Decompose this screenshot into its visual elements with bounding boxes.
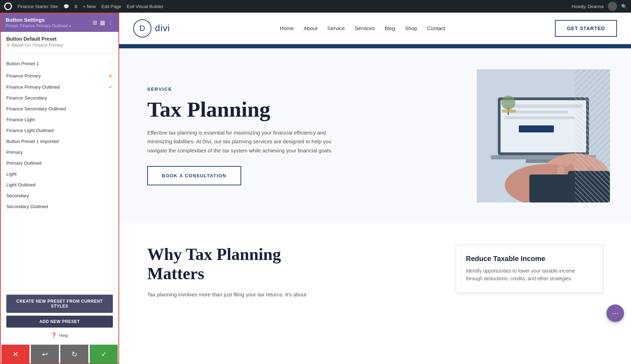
hero-image (477, 69, 610, 202)
preset-name-btn-preset-1-imported: Button Preset 1 imported (6, 139, 113, 144)
new-link[interactable]: + New (83, 4, 96, 9)
based-on-text: Based On: Finance Primary (12, 43, 63, 48)
dots-icon-btn-preset-1: ⋮ (107, 60, 113, 67)
preset-item-btn-preset-1[interactable]: Button Preset 1⋮ (1, 57, 118, 70)
nav-link-about[interactable]: About (304, 25, 317, 31)
svg-rect-8 (519, 125, 554, 132)
svg-rect-5 (505, 104, 582, 108)
preset-list: Button Preset 1⋮Finance Primary★Finance … (1, 55, 118, 213)
cancel-button[interactable]: ✕ (1, 345, 29, 364)
preset-name-light-outlined: Light Outlined (6, 182, 113, 187)
help-icon: ❓ (51, 332, 57, 338)
star-icon: ★ (6, 43, 10, 48)
svg-rect-21 (502, 110, 516, 112)
get-started-button[interactable]: GET STARTED (555, 20, 617, 37)
nav-link-home[interactable]: Home (280, 25, 294, 31)
wp-logo[interactable] (4, 2, 12, 10)
panel-actions: CREATE NEW PRESET FROM CURRENT STYLES AD… (1, 290, 118, 344)
comment-count: 0 (75, 4, 77, 9)
nav-link-service[interactable]: Service (327, 25, 345, 31)
logo-circle: D (133, 19, 151, 37)
preset-name-light: Light (6, 171, 113, 177)
section2-left: Why Tax Planning Matters Tax planning in… (147, 245, 435, 299)
list-divider (1, 54, 118, 54)
hero-label: SERVICE (147, 87, 456, 92)
main-layout: Button Settings Preset: Finance Primary … (0, 13, 631, 364)
preset-item-finance-light-outlined[interactable]: Finance Light Outlined (1, 125, 118, 136)
panel-icon-layout[interactable]: ▦ (100, 19, 105, 26)
nav-link-services[interactable]: Services (355, 25, 375, 31)
help-label: Help (59, 333, 68, 338)
preset-item-finance-primary-outlined[interactable]: Finance Primary Outlined✓ (1, 81, 118, 92)
redo-button[interactable]: ↻ (60, 345, 88, 364)
site-logo: D divi (133, 19, 170, 37)
blue-band (119, 44, 631, 48)
edit-page-link[interactable]: Edit Page (101, 4, 121, 9)
preset-item-light[interactable]: Light (1, 169, 118, 179)
preset-item-primary[interactable]: Primary (1, 147, 118, 158)
help-link[interactable]: ❓ Help (6, 330, 113, 340)
fab-button[interactable]: ··· (606, 304, 624, 322)
panel-icon-copy[interactable]: ⊞ (93, 19, 97, 26)
logo-text: divi (155, 23, 170, 34)
search-icon[interactable]: 🔍 (621, 4, 627, 9)
preset-item-finance-secondary[interactable]: Finance Secondary (1, 92, 118, 103)
hero-section: SERVICE Tax Planning Effective tax plann… (119, 48, 631, 224)
stripe-decoration (575, 69, 610, 202)
preset-item-finance-secondary-outlined[interactable]: Finance Secondary Outlined (1, 103, 118, 114)
preset-item-finance-primary[interactable]: Finance Primary★ (1, 70, 118, 81)
info-card: Reduce Taxable Income Identify opportuni… (456, 245, 603, 293)
howdy-text: Howdy, Deanna (571, 4, 604, 9)
panel-content: Button Default Preset ★ Based On: Financ… (1, 32, 118, 290)
preset-name-btn-preset-1: Button Preset 1 (6, 61, 107, 66)
star-icon-finance-primary: ★ (108, 73, 113, 78)
hero-title: Tax Planning (147, 97, 456, 121)
save-button[interactable]: ✓ (90, 345, 118, 364)
panel-title: Button Settings (6, 17, 71, 23)
preset-item-finance-light[interactable]: Finance Light (1, 114, 118, 125)
preset-item-light-outlined[interactable]: Light Outlined (1, 179, 118, 190)
panel-icon-more[interactable]: ⋮ (108, 19, 114, 26)
info-card-title: Reduce Taxable Income (466, 255, 593, 263)
add-preset-button[interactable]: ADD NEW PRESET (6, 316, 113, 328)
nav-link-blog[interactable]: Blog (385, 25, 395, 31)
preset-label[interactable]: Preset: Finance Primary Outlined (6, 23, 68, 28)
preset-name-finance-light: Finance Light (6, 117, 113, 122)
preset-item-primary-outlined[interactable]: Primary Outlined (1, 158, 118, 169)
site-preview: D divi HomeAboutServiceServicesBlogShopC… (119, 13, 631, 364)
preset-item-secondary-outlined[interactable]: Secondary Outlined (1, 201, 118, 212)
preset-item-secondary[interactable]: Secondary (1, 190, 118, 201)
admin-bar: Finance Starter Site 💬 0 + New Edit Page… (0, 0, 631, 13)
info-card-text: Identify opportunities to lower your tax… (466, 267, 593, 283)
default-preset-sub: ★ Based On: Finance Primary (6, 43, 113, 48)
hero-content: SERVICE Tax Planning Effective tax plann… (147, 87, 456, 186)
exit-builder-link[interactable]: Exit Visual Builder (127, 4, 164, 9)
svg-rect-7 (505, 116, 575, 119)
preset-item-btn-preset-1-imported[interactable]: Button Preset 1 imported (1, 136, 118, 147)
preset-name-finance-primary: Finance Primary (6, 73, 108, 78)
site-navigation: D divi HomeAboutServiceServicesBlogShopC… (119, 13, 631, 44)
create-preset-button[interactable]: CREATE NEW PRESET FROM CURRENT STYLES (6, 295, 113, 313)
section2-right: Reduce Taxable Income Identify opportuni… (456, 245, 603, 293)
bottom-toolbar: ✕ ↩ ↻ ✓ (1, 344, 118, 363)
section2-description: Tax planning involves more than just fil… (147, 290, 358, 299)
check-icon-finance-primary-outlined: ✓ (109, 84, 113, 90)
nav-link-shop[interactable]: Shop (405, 25, 417, 31)
caret-icon: ▾ (69, 24, 71, 28)
preset-name-finance-secondary: Finance Secondary (6, 95, 113, 101)
nav-links: HomeAboutServiceServicesBlogShopContact (280, 25, 445, 31)
default-preset-section: Button Default Preset ★ Based On: Financ… (1, 32, 118, 52)
hero-description: Effective tax planning is essential for … (147, 128, 337, 155)
book-consultation-button[interactable]: BOOK A CONSULTATION (147, 166, 241, 185)
site-name: Finance Starter Site (18, 4, 58, 9)
panel-subtitle: Preset: Finance Primary Outlined ▾ (6, 23, 71, 28)
avatar (608, 2, 617, 11)
preset-name-primary-outlined: Primary Outlined (6, 160, 113, 166)
nav-link-contact[interactable]: Contact (427, 25, 445, 31)
section2-title: Why Tax Planning Matters (147, 245, 323, 283)
preset-name-finance-light-outlined: Finance Light Outlined (6, 128, 113, 133)
panel-header-icons: ⊞ ▦ ⋮ (93, 19, 114, 26)
section2-content: Why Tax Planning Matters Tax planning in… (147, 245, 603, 299)
undo-button[interactable]: ↩ (31, 345, 59, 364)
panel-header: Button Settings Preset: Finance Primary … (1, 13, 118, 32)
